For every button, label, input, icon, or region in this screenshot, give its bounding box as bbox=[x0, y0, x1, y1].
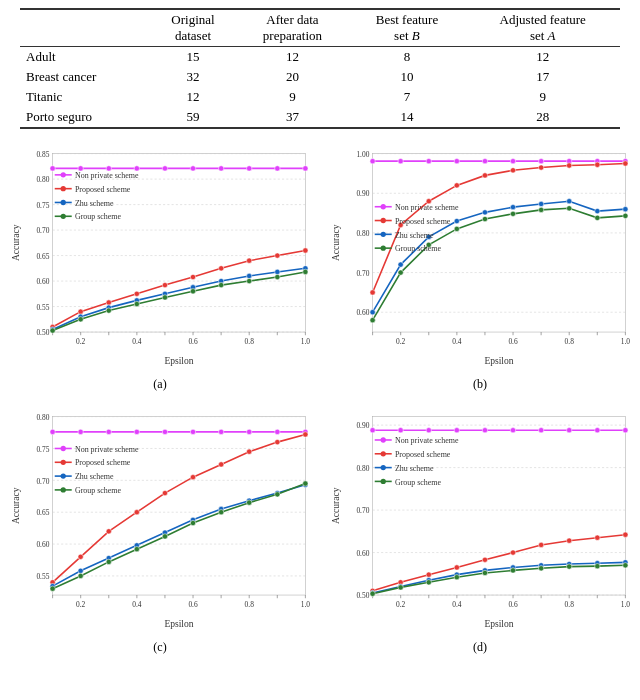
svg-point-211 bbox=[190, 475, 195, 480]
svg-point-47 bbox=[134, 291, 139, 296]
svg-point-72 bbox=[275, 274, 280, 279]
table-cell: 20 bbox=[236, 67, 348, 87]
svg-point-207 bbox=[78, 554, 83, 559]
svg-point-150 bbox=[539, 207, 544, 212]
svg-point-147 bbox=[454, 226, 459, 231]
svg-text:0.90: 0.90 bbox=[356, 189, 369, 198]
svg-text:Non private scheme: Non private scheme bbox=[395, 203, 459, 212]
table-cell: 12 bbox=[465, 47, 620, 68]
svg-point-317 bbox=[381, 437, 386, 442]
svg-point-149 bbox=[510, 211, 515, 216]
svg-text:Zhu scheme: Zhu scheme bbox=[75, 472, 114, 481]
svg-point-133 bbox=[623, 161, 628, 166]
svg-point-62 bbox=[275, 269, 280, 274]
table-cell: 7 bbox=[348, 87, 465, 107]
svg-text:0.2: 0.2 bbox=[396, 600, 406, 609]
svg-point-280 bbox=[482, 428, 487, 433]
svg-point-226 bbox=[50, 586, 55, 591]
svg-point-313 bbox=[567, 564, 572, 569]
svg-point-285 bbox=[623, 428, 628, 433]
svg-point-131 bbox=[567, 163, 572, 168]
svg-text:Group scheme: Group scheme bbox=[75, 486, 122, 495]
svg-point-65 bbox=[78, 317, 83, 322]
svg-text:0.8: 0.8 bbox=[565, 337, 575, 346]
svg-point-132 bbox=[595, 162, 600, 167]
svg-point-137 bbox=[454, 218, 459, 223]
svg-point-279 bbox=[454, 428, 459, 433]
svg-text:Epsilon: Epsilon bbox=[484, 618, 513, 629]
svg-point-234 bbox=[275, 492, 280, 497]
table-row: Adult1512812 bbox=[20, 47, 620, 68]
svg-point-243 bbox=[61, 473, 66, 478]
svg-text:Zhu scheme: Zhu scheme bbox=[395, 464, 434, 473]
svg-text:Proposed scheme: Proposed scheme bbox=[395, 450, 451, 459]
data-table: Originaldataset After datapreparation Be… bbox=[20, 8, 620, 129]
svg-point-197 bbox=[78, 429, 83, 434]
svg-point-50 bbox=[219, 266, 224, 271]
svg-text:0.8: 0.8 bbox=[245, 600, 255, 609]
table-cell: 9 bbox=[236, 87, 348, 107]
table-cell: 15 bbox=[150, 47, 237, 68]
svg-point-43 bbox=[303, 166, 308, 171]
svg-point-284 bbox=[595, 428, 600, 433]
svg-point-143 bbox=[623, 207, 628, 212]
svg-point-153 bbox=[623, 213, 628, 218]
svg-point-64 bbox=[50, 328, 55, 333]
svg-point-210 bbox=[162, 490, 167, 495]
svg-point-311 bbox=[510, 568, 515, 573]
svg-text:1.0: 1.0 bbox=[301, 337, 311, 346]
svg-point-158 bbox=[381, 218, 386, 223]
svg-point-78 bbox=[61, 186, 66, 191]
svg-point-233 bbox=[247, 500, 252, 505]
svg-point-120 bbox=[539, 159, 544, 164]
table-cell: 12 bbox=[150, 87, 237, 107]
col-header-dataset bbox=[20, 9, 150, 47]
svg-text:Accuracy: Accuracy bbox=[330, 224, 341, 261]
svg-text:Epsilon: Epsilon bbox=[164, 355, 193, 366]
col-header-adjusted-feature: Adjusted featureset A bbox=[465, 9, 620, 47]
table-section: Originaldataset After datapreparation Be… bbox=[0, 0, 640, 133]
svg-point-49 bbox=[190, 274, 195, 279]
svg-point-282 bbox=[539, 428, 544, 433]
svg-text:0.85: 0.85 bbox=[36, 150, 49, 159]
svg-point-42 bbox=[275, 166, 280, 171]
chart-svg-b: 0.600.700.800.901.000.20.40.60.81.0Epsil… bbox=[328, 141, 636, 368]
svg-rect-166 bbox=[53, 417, 306, 595]
table-cell: 17 bbox=[465, 67, 620, 87]
table-cell: 8 bbox=[348, 47, 465, 68]
svg-text:Accuracy: Accuracy bbox=[330, 487, 341, 524]
svg-point-145 bbox=[398, 270, 403, 275]
charts-grid: 0.500.550.600.650.700.750.800.850.20.40.… bbox=[0, 133, 640, 653]
svg-point-39 bbox=[190, 166, 195, 171]
svg-point-151 bbox=[567, 206, 572, 211]
svg-text:0.6: 0.6 bbox=[188, 337, 198, 346]
chart-title-a: (a) bbox=[0, 377, 320, 392]
svg-point-308 bbox=[426, 580, 431, 585]
svg-text:0.70: 0.70 bbox=[36, 226, 49, 235]
svg-text:Proposed scheme: Proposed scheme bbox=[75, 459, 131, 468]
svg-point-237 bbox=[61, 446, 66, 451]
svg-text:0.80: 0.80 bbox=[36, 413, 49, 422]
svg-text:0.60: 0.60 bbox=[356, 549, 369, 558]
chart-a: 0.500.550.600.650.700.750.800.850.20.40.… bbox=[0, 133, 320, 396]
svg-point-277 bbox=[398, 428, 403, 433]
svg-point-161 bbox=[381, 232, 386, 237]
table-cell: Titanic bbox=[20, 87, 150, 107]
svg-text:Non private scheme: Non private scheme bbox=[395, 436, 459, 445]
svg-point-139 bbox=[510, 204, 515, 209]
svg-point-127 bbox=[454, 183, 459, 188]
svg-text:1.0: 1.0 bbox=[621, 600, 631, 609]
chart-svg-a: 0.500.550.600.650.700.750.800.850.20.40.… bbox=[8, 141, 316, 368]
svg-text:Proposed scheme: Proposed scheme bbox=[395, 217, 451, 226]
svg-point-283 bbox=[567, 428, 572, 433]
svg-point-152 bbox=[595, 215, 600, 220]
svg-point-230 bbox=[162, 534, 167, 539]
svg-text:0.75: 0.75 bbox=[36, 445, 49, 454]
table-cell: Breast cancer bbox=[20, 67, 150, 87]
svg-text:0.65: 0.65 bbox=[36, 508, 49, 517]
svg-point-320 bbox=[381, 451, 386, 456]
svg-point-229 bbox=[134, 547, 139, 552]
svg-point-116 bbox=[426, 159, 431, 164]
svg-text:Non private scheme: Non private scheme bbox=[75, 171, 139, 180]
svg-text:0.6: 0.6 bbox=[188, 600, 198, 609]
